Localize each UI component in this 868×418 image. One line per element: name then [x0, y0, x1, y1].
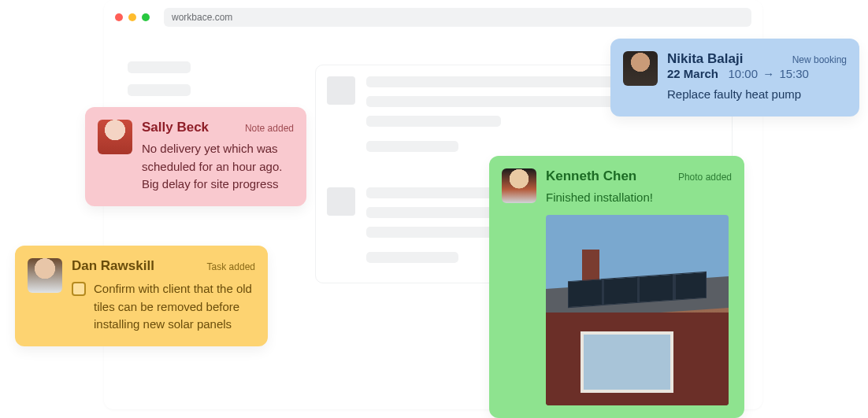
event-badge: Photo added — [678, 172, 732, 183]
skeleton-line — [128, 61, 191, 73]
person-name: Kenneth Chen — [546, 168, 636, 184]
photo-caption: Finished installation! — [546, 189, 732, 207]
booking-description: Replace faulty heat pump — [667, 86, 847, 104]
person-name: Nikita Balaji — [667, 51, 743, 67]
avatar — [623, 51, 658, 86]
photo-detail — [581, 331, 673, 393]
booking-date: 22 March — [667, 67, 718, 80]
event-badge: Task added — [207, 261, 255, 272]
skeleton-line — [128, 84, 191, 96]
event-badge: Note added — [245, 123, 294, 134]
avatar — [28, 258, 62, 293]
close-window-button[interactable] — [115, 13, 123, 21]
booking-time-start: 10:00 — [729, 67, 759, 80]
skeleton-line — [366, 252, 458, 263]
notification-card-note[interactable]: Sally Beck Note added No delivery yet wh… — [85, 107, 306, 206]
minimize-window-button[interactable] — [128, 13, 136, 21]
maximize-window-button[interactable] — [142, 13, 150, 21]
skeleton-avatar — [327, 76, 355, 105]
skeleton-line — [366, 227, 501, 238]
browser-chrome: workbace.com — [104, 0, 762, 35]
task-text: Confirm with client that the old tiles c… — [94, 280, 255, 334]
notification-card-booking[interactable]: Nikita Balaji New booking 22 March 10:00… — [610, 39, 859, 117]
traffic-lights — [115, 13, 150, 21]
person-name: Dan Rawskill — [72, 258, 154, 274]
person-name: Sally Beck — [142, 120, 209, 135]
skeleton-line — [366, 141, 458, 152]
avatar — [98, 120, 132, 154]
avatar — [502, 168, 536, 203]
attached-photo[interactable] — [546, 215, 729, 405]
booking-time: 10:00 → 15:30 — [729, 67, 809, 80]
address-bar[interactable]: workbace.com — [164, 8, 751, 27]
notification-card-photo[interactable]: Kenneth Chen Photo added Finished instal… — [489, 156, 744, 418]
note-text: No delivery yet which was scheduled for … — [142, 140, 294, 194]
booking-time-end: 15:30 — [779, 67, 809, 80]
notification-card-task[interactable]: Dan Rawskill Task added Confirm with cli… — [15, 246, 268, 346]
event-badge: New booking — [792, 54, 847, 65]
skeleton-avatar — [327, 187, 355, 216]
skeleton-line — [366, 116, 501, 127]
arrow-right-icon: → — [762, 67, 774, 80]
task-checkbox[interactable] — [72, 282, 86, 296]
